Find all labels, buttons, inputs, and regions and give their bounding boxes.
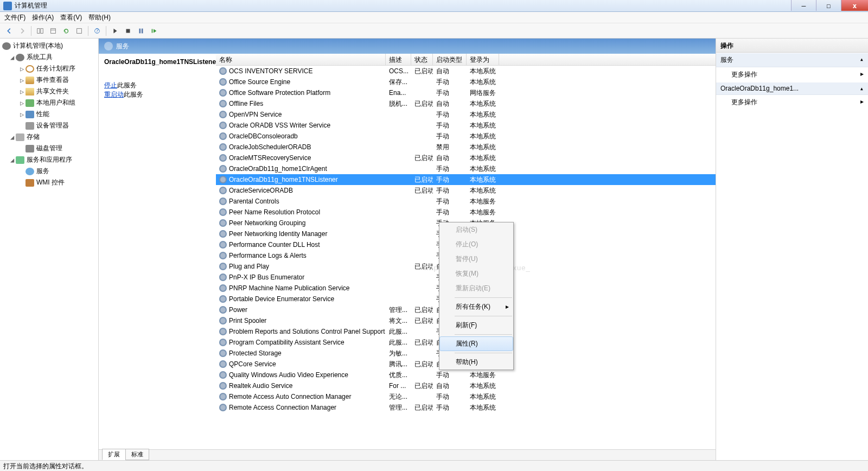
service-row[interactable]: Quality Windows Audio Video Experience优质… (216, 370, 716, 380)
service-row[interactable]: Office Software Protection PlatformEna..… (216, 87, 716, 98)
context-item[interactable]: 所有任务(K)▸ (439, 300, 513, 314)
toolbar: ? (0, 23, 868, 39)
expand-icon[interactable]: ▷ (20, 88, 24, 96)
tree-performance[interactable]: ▷性能 (0, 109, 98, 120)
actions-more-1[interactable]: 更多操作▸ (716, 67, 868, 82)
expand-icon[interactable]: ▷ (20, 77, 24, 84)
actions-header: 操作 (716, 39, 868, 53)
context-item[interactable]: 刷新(F) (439, 318, 513, 333)
col-type[interactable]: 启动类型 (433, 54, 467, 65)
collapse-icon[interactable]: ▴ (860, 85, 864, 92)
pause-service-button[interactable] (135, 25, 147, 37)
service-row[interactable]: OCS INVENTORY SERVICEOCS...已启动自动本地系统 (216, 66, 716, 77)
service-name: Program Compatibility Assistant Service (229, 339, 344, 346)
service-row[interactable]: OracleDBConsoleoradb手动本地系统 (216, 131, 716, 142)
menu-help[interactable]: 帮助(H) (88, 13, 111, 22)
close-button[interactable]: x (841, 0, 868, 11)
tree-system-tools[interactable]: ◢系统工具 (0, 52, 98, 63)
view-tabs: 扩展 标准 (99, 449, 716, 460)
service-row[interactable]: Realtek Audio ServiceFor ...已启动自动本地系统 (216, 380, 716, 391)
svg-rect-9 (142, 28, 143, 33)
export-button[interactable] (73, 25, 85, 37)
tree-event-viewer[interactable]: ▷事件查看器 (0, 74, 98, 86)
gear-icon (219, 306, 227, 314)
properties-button[interactable] (47, 25, 59, 37)
service-row[interactable]: OracleJobSchedulerORADB禁用本地系统 (216, 142, 716, 152)
maximize-button[interactable]: ☐ (816, 0, 841, 11)
tree-shared-folders[interactable]: ▷共享文件夹 (0, 86, 98, 97)
tree-local-users[interactable]: ▷本地用户和组 (0, 97, 98, 109)
service-name: Realtek Audio Service (229, 382, 292, 390)
service-row[interactable]: Parental Controls手动本地服务 (216, 196, 716, 207)
restart-service-button[interactable] (148, 25, 160, 37)
expand-icon[interactable]: ▷ (20, 111, 24, 118)
tree-wmi[interactable]: WMI 控件 (0, 177, 98, 188)
service-type: 自动 (433, 99, 467, 109)
service-row[interactable]: OracleOraDb11g_home1ClrAgent手动本地系统 (216, 163, 716, 174)
service-status: 已启动 (411, 99, 433, 109)
col-name[interactable]: 名称 (216, 54, 386, 65)
tree-services[interactable]: 服务 (0, 166, 98, 177)
actions-pane: 操作 服务▴ 更多操作▸ OracleOraDb11g_home1...▴ 更多… (716, 39, 868, 460)
service-desc: 脱机... (386, 99, 411, 109)
service-logon: 本地服务 (467, 371, 499, 380)
menu-view[interactable]: 查看(V) (60, 13, 82, 22)
gear-icon (219, 382, 227, 390)
tree-device-manager[interactable]: 设备管理器 (0, 120, 98, 131)
col-desc[interactable]: 描述 (386, 54, 411, 65)
service-type: 手动 (433, 164, 467, 174)
tree-disk-mgmt[interactable]: 磁盘管理 (0, 143, 98, 154)
context-item[interactable]: 帮助(H) (439, 355, 513, 370)
gear-icon (219, 371, 227, 379)
menu-file[interactable]: 文件(F) (4, 13, 25, 22)
tree-root[interactable]: 计算机管理(本地) (0, 40, 98, 52)
restart-service-link[interactable]: 重启动 (104, 91, 124, 98)
forward-button[interactable] (16, 25, 28, 37)
clock-icon (25, 65, 34, 73)
services-header: 服务 (99, 39, 716, 54)
service-desc: 腾讯... (386, 360, 411, 369)
service-row[interactable]: OpenVPN Service手动本地系统 (216, 109, 716, 120)
tree-services-apps[interactable]: ◢服务和应用程序 (0, 154, 98, 166)
service-row[interactable]: OracleServiceORADB已启动手动本地系统 (216, 185, 716, 196)
help-button[interactable]: ? (91, 25, 103, 37)
start-service-button[interactable] (109, 25, 121, 37)
collapse-icon[interactable]: ▴ (860, 55, 864, 65)
collapse-icon[interactable]: ◢ (10, 156, 15, 164)
back-button[interactable] (3, 25, 15, 37)
service-type: 手动 (433, 175, 467, 184)
col-logon[interactable]: 登录为 (467, 54, 499, 65)
col-status[interactable]: 状态 (411, 54, 433, 65)
show-hide-button[interactable] (34, 25, 46, 37)
tree-storage[interactable]: ◢存储 (0, 131, 98, 143)
context-item[interactable]: 属性(R) (439, 336, 513, 351)
tree-task-scheduler[interactable]: ▷任务计划程序 (0, 63, 98, 74)
stop-service-link-line: 停止此服务 (104, 81, 210, 90)
service-row[interactable]: Remote Access Auto Connection Manager无论.… (216, 391, 716, 402)
service-row[interactable]: OracleOraDb11g_home1TNSListener已启动手动本地系统 (216, 174, 716, 185)
actions-more-2[interactable]: 更多操作▸ (716, 95, 868, 110)
service-desc: OCS... (386, 67, 411, 75)
service-name: OracleMTSRecoveryService (229, 154, 311, 162)
service-row[interactable]: Peer Name Resolution Protocol手动本地服务 (216, 207, 716, 218)
tab-standard[interactable]: 标准 (125, 449, 149, 460)
actions-section-services[interactable]: 服务▴ (716, 53, 868, 67)
service-row[interactable]: Oracle ORADB VSS Writer Service手动本地系统 (216, 120, 716, 131)
service-type: 手动 (433, 208, 467, 217)
collapse-icon[interactable]: ◢ (10, 133, 15, 141)
collapse-icon[interactable]: ◢ (10, 54, 15, 61)
actions-section-selected[interactable]: OracleOraDb11g_home1...▴ (716, 82, 868, 95)
service-row[interactable]: OracleMTSRecoveryService已启动自动本地系统 (216, 152, 716, 163)
service-row[interactable]: Offline Files脱机...已启动自动本地系统 (216, 98, 716, 109)
service-row[interactable]: Office Source Engine保存...手动本地系统 (216, 77, 716, 87)
menu-action[interactable]: 操作(A) (32, 13, 54, 22)
tab-extended[interactable]: 扩展 (102, 449, 126, 460)
expand-icon[interactable]: ▷ (20, 99, 24, 107)
service-row[interactable]: Remote Access Connection Manager管理...已启动… (216, 402, 716, 413)
stop-service-button[interactable] (122, 25, 134, 37)
minimize-button[interactable]: — (791, 0, 816, 11)
refresh-button[interactable] (60, 25, 72, 37)
stop-service-link[interactable]: 停止 (104, 81, 117, 89)
expand-icon[interactable]: ▷ (20, 65, 24, 73)
service-status: 已启动 (411, 67, 433, 76)
